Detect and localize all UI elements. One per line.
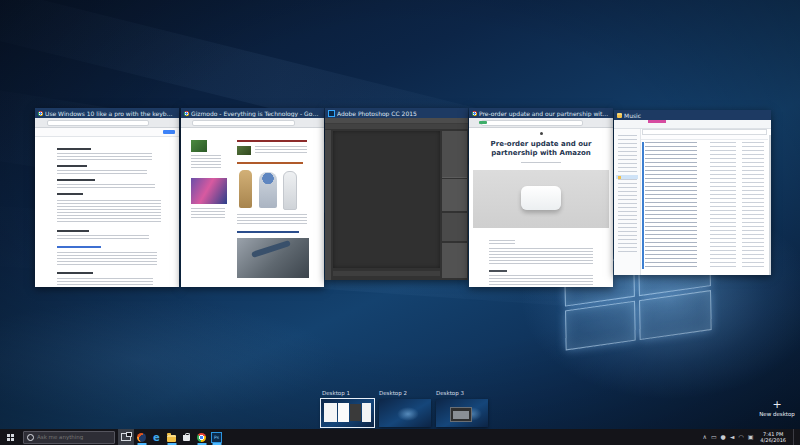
column-headers: [641, 135, 768, 140]
desktop-2-label: Desktop 2: [379, 390, 407, 396]
window-thumbnail-docs[interactable]: Use Windows 10 like a pro with the keybo…: [35, 108, 179, 287]
edge-icon: e: [153, 433, 160, 442]
taskbar-edge-button[interactable]: e: [149, 429, 164, 445]
logo-pane: [639, 290, 712, 340]
browser-toolbar: [469, 118, 613, 128]
volume-icon[interactable]: ◄: [730, 429, 735, 445]
article-text: [255, 146, 307, 155]
file-detail-columns: [710, 142, 736, 269]
clock-date: 4/26/2016: [760, 437, 786, 443]
music-tools-tab: [648, 120, 666, 123]
mini-logo-glow: [397, 407, 419, 421]
window-preview: [325, 118, 468, 280]
docs-toolbar: [35, 128, 179, 137]
taskbar-store-button[interactable]: [179, 429, 194, 445]
onedrive-icon[interactable]: ●: [721, 429, 726, 445]
eero-paragraph: [489, 248, 593, 266]
ps-panel: [442, 179, 467, 211]
address-bar: [192, 120, 294, 126]
taskbar-clock[interactable]: 7:41 PM 4/26/2016: [757, 431, 789, 443]
chrome-icon: [184, 111, 189, 116]
eero-paragraph: [489, 275, 593, 285]
doc-text: [57, 235, 149, 240]
chrome-icon: [472, 111, 477, 116]
doc-paragraph: [57, 200, 161, 222]
doc-text: [57, 153, 152, 161]
window-title: Pre-order update and our partnership wit…: [479, 110, 610, 117]
taskbar-file-explorer-button[interactable]: [164, 429, 179, 445]
chrome-icon: [38, 111, 43, 116]
doc-text: [57, 184, 155, 189]
headline: [237, 231, 299, 233]
task-view-button[interactable]: [118, 429, 134, 445]
task-view-icon: [121, 433, 131, 441]
mini-window: [338, 403, 349, 422]
window-titlebar: Adobe Photoshop CC 2015: [325, 108, 468, 118]
bookmark-favicon: [479, 121, 487, 124]
taskbar-photoshop-button[interactable]: Ps: [209, 429, 224, 445]
browser-toolbar: [181, 118, 324, 128]
doc-text: [57, 278, 153, 286]
cortana-search-box[interactable]: [23, 431, 115, 444]
eero-subtext: [521, 162, 561, 165]
address-bar: [481, 120, 584, 126]
sidebar-text: [191, 155, 221, 169]
ps-canvas: [333, 131, 440, 268]
ps-panel: [442, 131, 467, 178]
task-view-screen: Use Windows 10 like a pro with the keybo…: [0, 0, 800, 445]
window-titlebar: Use Windows 10 like a pro with the keybo…: [35, 108, 179, 118]
window-titlebar: Music: [614, 110, 771, 120]
show-desktop-button[interactable]: [793, 429, 798, 445]
action-center-icon[interactable]: ▣: [748, 429, 754, 445]
article-text: [237, 214, 307, 226]
battery-icon[interactable]: ▭: [711, 429, 717, 445]
eero-paragraph: [489, 240, 515, 244]
doc-paragraph: [57, 252, 157, 266]
doc-heading: [57, 179, 95, 181]
search-input[interactable]: [37, 434, 111, 440]
ps-panel: [442, 243, 467, 278]
taskbar-firefox-button[interactable]: [134, 429, 149, 445]
network-icon[interactable]: ◠: [738, 429, 743, 445]
window-preview: [614, 120, 771, 275]
taskbar-chrome-button[interactable]: [194, 429, 209, 445]
store-icon: [183, 435, 190, 441]
window-thumbnail-gizmodo[interactable]: Gizmodo - Everything is Technology - Goo…: [181, 108, 324, 287]
site-logo-dot: [540, 132, 543, 135]
system-tray: ∧ ▭ ● ◄ ◠ ▣ 7:41 PM 4/26/2016: [702, 429, 800, 445]
eero-heading: Pre-order update and our partnership wit…: [481, 140, 601, 158]
doc-page: [41, 140, 173, 287]
file-selection-highlight: [642, 142, 644, 269]
taskbar: e Ps ∧ ▭ ● ◄ ◠ ▣ 7:41 PM 4/26/2016: [0, 429, 800, 445]
window-title: Music: [624, 112, 768, 119]
mini-window-dark: [350, 404, 361, 421]
window-preview: [35, 118, 179, 287]
hidden-icons-chevron[interactable]: ∧: [702, 429, 706, 445]
window-thumbnail-eero[interactable]: Pre-order update and our partnership wit…: [469, 108, 613, 287]
headline: [237, 140, 307, 142]
doc-link: [57, 246, 101, 248]
desktop-thumbnail-2[interactable]: [379, 399, 431, 427]
start-button[interactable]: [0, 429, 20, 445]
figure-r2d2: [259, 172, 277, 208]
window-thumbnail-explorer[interactable]: Music: [614, 110, 771, 275]
window-title: Adobe Photoshop CC 2015: [337, 110, 465, 117]
headline: [237, 162, 303, 164]
cortana-icon: [27, 434, 34, 441]
windows-logo-icon: [7, 434, 14, 441]
ps-panel: [442, 213, 467, 241]
window-thumbnail-photoshop[interactable]: Adobe Photoshop CC 2015: [325, 108, 468, 280]
new-desktop-button[interactable]: + New desktop: [755, 400, 799, 417]
desktop-thumbnail-3[interactable]: [436, 399, 488, 427]
sidebar-text: [191, 208, 225, 218]
doc-text: [57, 170, 147, 175]
desktop-thumbnail-1[interactable]: [321, 399, 374, 427]
scrollbar: [769, 135, 771, 275]
explorer-ribbon: [614, 120, 771, 129]
file-name-column: [645, 142, 697, 269]
figure-droid: [283, 171, 297, 210]
ps-toolbar: [325, 130, 331, 280]
doc-heading: [57, 272, 93, 274]
nav-folder-icon: [618, 176, 621, 179]
new-desktop-label: New desktop: [755, 411, 799, 417]
